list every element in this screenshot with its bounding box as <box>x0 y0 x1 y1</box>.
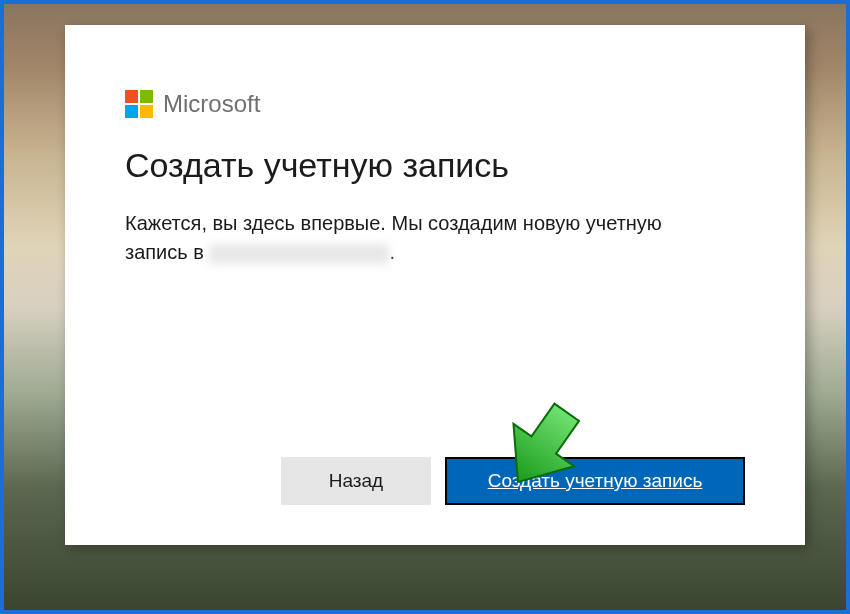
brand-row: Microsoft <box>125 90 745 118</box>
create-account-button[interactable]: Создать учетную запись <box>445 457 745 505</box>
dialog-description: Кажется, вы здесь впервые. Мы создадим н… <box>125 209 725 267</box>
back-button[interactable]: Назад <box>281 457 431 505</box>
brand-name: Microsoft <box>163 90 260 118</box>
description-text-suffix: . <box>389 241 395 263</box>
redacted-email <box>209 244 389 264</box>
create-account-dialog: Microsoft Создать учетную запись Кажется… <box>65 25 805 545</box>
microsoft-logo-icon <box>125 90 153 118</box>
dialog-title: Создать учетную запись <box>125 146 745 185</box>
button-row: Назад Создать учетную запись <box>125 457 745 505</box>
